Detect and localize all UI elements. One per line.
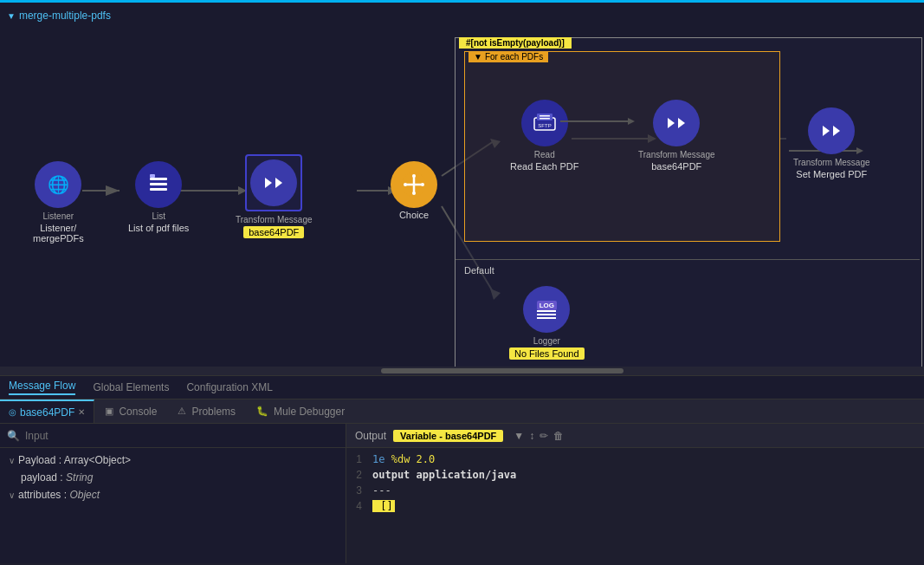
problems-icon: ⚠ [178, 406, 186, 417]
tab-base64pdf-close[interactable]: ✕ [78, 407, 85, 417]
line-code-2: output application/java [372, 469, 516, 481]
listener-node[interactable]: 🌐 Listener Listener/mergePDFs [33, 161, 84, 244]
line-code-4: [] [372, 500, 395, 512]
read-node[interactable]: SFTP Read Read Each PDF [510, 100, 578, 172]
svg-rect-15 [150, 188, 167, 191]
line-num-2: 2 [346, 469, 372, 481]
transform2-icon [653, 100, 700, 146]
attributes-label: attributes : Object [18, 489, 100, 501]
read-label-bottom: Read Each PDF [510, 161, 578, 172]
tab-configuration-xml[interactable]: Configuration XML [186, 381, 272, 393]
code-line-4: 4 [] [346, 500, 924, 516]
svg-point-21 [421, 183, 424, 186]
foreach-triangle: ▼ [474, 52, 482, 62]
code-line-1: 1 1e %dw 2.0 [346, 453, 924, 469]
canvas-area: ▼ merge-multiple-pdfs 🌐 Listener L [0, 3, 924, 375]
console-icon: ▣ [105, 406, 113, 417]
transform1-label-top: Transform Message [236, 215, 313, 224]
transform1-node[interactable]: Transform Message base64PDF [236, 154, 313, 238]
transform3-label-top: Transform Message [793, 158, 870, 167]
foreach-arrow [560, 113, 638, 130]
transform3-node[interactable]: Transform Message Set Merged PDF [793, 107, 870, 179]
payload-expand-icon[interactable]: ∨ [9, 456, 15, 465]
search-input[interactable] [25, 430, 339, 442]
transform2-label-top: Transform Message [638, 150, 715, 159]
svg-rect-14 [150, 183, 167, 185]
svg-point-23 [412, 192, 416, 195]
list-icon [135, 161, 182, 208]
tree-item-payload[interactable]: ∨ Payload : Array<Object> [0, 451, 346, 469]
mule-debugger-icon: 🐛 [256, 406, 268, 417]
default-section: Default LOG Logger No Files Found [456, 259, 920, 375]
code-area[interactable]: 1 1e %dw 2.0 2 output application/java 3… [346, 448, 924, 563]
svg-marker-30 [628, 118, 635, 125]
output-edit-icon[interactable]: ✏ [540, 430, 548, 442]
tab-message-flow[interactable]: Message Flow [9, 380, 75, 395]
tree-item-payload-child[interactable]: payload : String [0, 469, 346, 486]
attributes-expand-icon[interactable]: ∨ [9, 490, 15, 500]
search-bar: 🔍 [0, 424, 346, 448]
svg-text:SFTP: SFTP [538, 123, 551, 128]
foreach-label: ▼ For each PDFs [468, 51, 548, 62]
listener-label-top: Listener [43, 211, 74, 221]
svg-rect-16 [150, 174, 155, 178]
scrollbar-thumb[interactable] [381, 368, 624, 373]
tab-console-label: Console [119, 406, 157, 418]
svg-point-22 [412, 174, 416, 178]
output-dropdown-icon[interactable]: ▼ [514, 430, 524, 442]
transform1-icon [250, 159, 297, 206]
svg-rect-13 [150, 178, 167, 180]
code-line-2: 2 output application/java [346, 469, 924, 484]
tree-item-attributes[interactable]: ∨ attributes : Object [0, 486, 346, 503]
list-label-top: List [152, 211, 165, 221]
logger-node[interactable]: LOG Logger No Files Found [509, 286, 585, 360]
code-line-3: 3 --- [346, 484, 924, 500]
flow-name: merge-multiple-pdfs [19, 10, 111, 22]
tab-problems-label: Problems [191, 406, 236, 418]
output-icons: ▼ ↕ ✏ 🗑 [514, 430, 564, 442]
tab-problems[interactable]: ⚠ Problems [167, 399, 246, 423]
output-delete-icon[interactable]: 🗑 [553, 430, 564, 442]
tab-global-elements[interactable]: Global Elements [93, 381, 169, 393]
svg-rect-25 [537, 114, 552, 120]
expand-icon[interactable]: ▼ [7, 11, 16, 21]
svg-rect-26 [540, 115, 550, 117]
read-label-top: Read [534, 150, 555, 159]
transform2-node[interactable]: Transform Message base64PDF [638, 100, 715, 172]
listener-icon: 🌐 [35, 161, 81, 208]
choice-text: Choice [399, 210, 429, 220]
svg-point-20 [404, 183, 407, 186]
transform3-icon [808, 107, 855, 154]
payload-label: Payload : Array<Object> [18, 454, 131, 466]
left-panel: 🔍 ∨ Payload : Array<Object> payload : St… [0, 424, 346, 563]
line-num-3: 3 [346, 484, 372, 497]
editor-body: 🔍 ∨ Payload : Array<Object> payload : St… [0, 424, 924, 563]
line-code-3: --- [372, 484, 391, 497]
tab-mule-debugger[interactable]: 🐛 Mule Debugger [246, 399, 355, 423]
tab-mule-debugger-label: Mule Debugger [274, 406, 345, 418]
editor-tabs-bar: ◎ base64PDF ✕ ▣ Console ⚠ Problems 🐛 Mul… [0, 399, 924, 424]
tree-area: ∨ Payload : Array<Object> payload : Stri… [0, 448, 346, 563]
line-code-1: 1e %dw 2.0 [372, 453, 435, 465]
logger-label-bottom: No Files Found [509, 347, 585, 360]
editor-area: ◎ base64PDF ✕ ▣ Console ⚠ Problems 🐛 Mul… [0, 399, 924, 563]
list-label-bottom: List of pdf files [128, 223, 189, 233]
tab-base64pdf[interactable]: ◎ base64PDF ✕ [0, 399, 94, 423]
condition-label: #[not isEmpty(payload)] [459, 37, 572, 49]
tab-base64pdf-icon: ◎ [9, 407, 16, 417]
choice-node[interactable]: #[not isEmpty(payload)] Choice [391, 161, 437, 220]
svg-rect-27 [540, 118, 550, 120]
output-bar: Output Variable - base64PDF ▼ ↕ ✏ 🗑 [346, 424, 924, 448]
canvas-scrollbar[interactable] [0, 367, 924, 375]
logger-icon: LOG [523, 286, 570, 333]
search-icon: 🔍 [7, 430, 20, 442]
list-node[interactable]: List List of pdf files [128, 161, 189, 233]
flow-label: ▼ merge-multiple-pdfs [7, 10, 111, 22]
tab-console[interactable]: ▣ Console [94, 399, 167, 423]
output-sort-icon[interactable]: ↕ [529, 430, 534, 442]
right-panel: Output Variable - base64PDF ▼ ↕ ✏ 🗑 1 1e… [346, 424, 924, 563]
choice-container: #[not isEmpty(payload)] ▼ For each PDFs … [455, 37, 922, 375]
output-label: Output [355, 430, 386, 442]
listener-label-bottom: Listener/mergePDFs [33, 223, 84, 244]
foreach-text: For each PDFs [485, 52, 543, 62]
